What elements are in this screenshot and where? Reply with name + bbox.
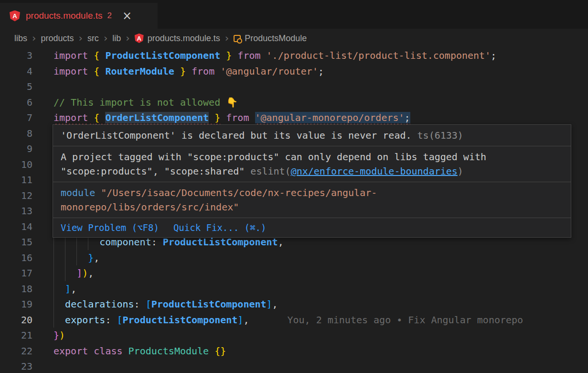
code-content: export class ProductsModule {} <box>53 343 226 359</box>
token: : <box>134 298 140 310</box>
token: : <box>151 236 157 248</box>
token: ; <box>491 50 496 61</box>
token: } <box>214 112 220 123</box>
token: export <box>53 345 88 357</box>
breadcrumb-item-products-module-ts[interactable]: Aproducts.module.ts <box>135 33 220 44</box>
line-number: 23 <box>0 359 32 373</box>
indent-guide <box>53 281 54 297</box>
line-number: 14 <box>0 219 32 235</box>
tab-filename: products.module.ts <box>26 11 103 21</box>
token <box>99 50 105 61</box>
token: 👇 <box>226 97 238 108</box>
token: } <box>88 252 94 263</box>
eslint-message-line1: A project tagged with "scope:products" c… <box>61 151 486 163</box>
token: import <box>53 112 88 123</box>
token: } <box>53 329 59 341</box>
eslint-source-open: eslint( <box>250 165 290 177</box>
indent-guide <box>53 265 54 281</box>
code-line-18: 18 ], <box>0 281 588 297</box>
line-number: 15 <box>0 234 32 250</box>
module-path-line2: monorepo/libs/orders/src/index" <box>61 201 239 213</box>
token <box>99 66 105 77</box>
close-icon[interactable]: × <box>122 10 132 22</box>
breadcrumb-item-lib[interactable]: lib <box>112 33 121 44</box>
token: ; <box>405 112 410 123</box>
token: , <box>243 314 249 326</box>
hover-actions: View Problem (⌥F8) Quick Fix... (⌘.) <box>53 218 571 237</box>
code-line-6: 6// This import is not allowed 👇 <box>0 95 588 110</box>
breadcrumb-label: products <box>41 33 74 44</box>
token: ProductListComponent <box>151 298 267 310</box>
editor[interactable]: 3import { ProductListComponent } from '.… <box>0 48 588 373</box>
code-line-22: 22export class ProductsModule {} <box>0 343 588 359</box>
token: from <box>237 50 260 61</box>
breadcrumb-item-src[interactable]: src <box>87 33 99 44</box>
breadcrumb-item-libs[interactable]: libs <box>14 33 27 44</box>
code-content: }) <box>53 328 65 343</box>
token: ) <box>59 329 65 341</box>
tab-problem-count-badge: 2 <box>107 11 112 21</box>
eslint-source-close: ) <box>458 165 463 177</box>
line-number: 8 <box>0 126 32 142</box>
token <box>88 66 94 77</box>
token: { <box>94 112 99 123</box>
code-line-19: 19 declarations: [ProductListComponent], <box>0 296 588 312</box>
code-content: exports: [ProductListComponent],You, 2 m… <box>53 312 523 328</box>
angular-icon: A <box>10 11 20 22</box>
token <box>111 314 117 326</box>
line-number: 19 <box>0 296 32 312</box>
indent-whitespace <box>53 314 65 326</box>
chevron-right-icon: › <box>104 33 107 44</box>
tab-bar: A products.module.ts 2 × <box>0 0 588 29</box>
hover-popup: 'OrderListComponent' is declared but its… <box>53 124 571 238</box>
tab-products-module-ts[interactable]: A products.module.ts 2 × <box>0 3 158 29</box>
token <box>88 112 94 123</box>
token: ProductListComponent <box>123 314 238 326</box>
code-content: declarations: [ProductListComponent], <box>53 296 278 312</box>
token: , <box>71 283 76 295</box>
line-number: 9 <box>0 141 32 157</box>
breadcrumb-label: products.module.ts <box>148 33 220 44</box>
code-content: ], <box>53 281 76 297</box>
code-line-23: 23 <box>0 359 588 373</box>
chevron-right-icon: › <box>225 33 229 44</box>
token: './product-list/product-list.component' <box>267 50 491 61</box>
token <box>186 66 192 77</box>
token: // This import is not allowed <box>53 97 226 108</box>
token <box>220 112 226 123</box>
token <box>214 66 220 77</box>
indent-guide <box>53 296 54 312</box>
indent-guide <box>65 265 65 281</box>
ts-diagnostic-message: 'OrderListComponent' is declared but its… <box>61 130 412 141</box>
breadcrumb-label: src <box>87 33 99 44</box>
token: [ <box>146 298 151 310</box>
line-number: 5 <box>0 79 32 95</box>
breadcrumb-label: ProductsModule <box>245 33 307 44</box>
line-number: 11 <box>0 172 32 188</box>
token <box>209 112 214 123</box>
eslint-rule-link[interactable]: @nx/enforce-module-boundaries <box>291 165 458 177</box>
module-keyword: module <box>61 187 95 198</box>
token: ] <box>267 298 272 310</box>
token: component <box>99 236 151 248</box>
breadcrumb-item-products[interactable]: products <box>41 33 74 44</box>
view-problem-link[interactable]: View Problem (⌥F8) <box>61 220 159 235</box>
ts-diagnostic-code: ts(6133) <box>417 130 463 141</box>
indent-guide <box>65 250 65 266</box>
token: { <box>94 66 99 77</box>
code-content: // This import is not allowed 👇 <box>53 95 238 110</box>
code-line-20: 20 exports: [ProductListComponent],You, … <box>0 312 588 328</box>
token <box>140 298 146 310</box>
breadcrumb: libs›products›src›lib›Aproducts.module.t… <box>0 29 588 48</box>
indent-whitespace <box>53 298 65 310</box>
eslint-message-line2: "scope:products", "scope:shared" <box>61 165 245 177</box>
token: , <box>94 252 99 263</box>
token: from <box>226 112 249 123</box>
hover-ts-diagnostic: 'OrderListComponent' is declared but its… <box>53 125 571 146</box>
token: ] <box>65 283 71 295</box>
token: ] <box>76 267 82 279</box>
breadcrumb-item-productsmodule[interactable]: ProductsModule <box>234 33 307 44</box>
quick-fix-link[interactable]: Quick Fix... (⌘.) <box>173 220 266 235</box>
code-line-3: 3import { ProductListComponent } from '.… <box>0 48 588 64</box>
indent-guide <box>76 250 77 266</box>
